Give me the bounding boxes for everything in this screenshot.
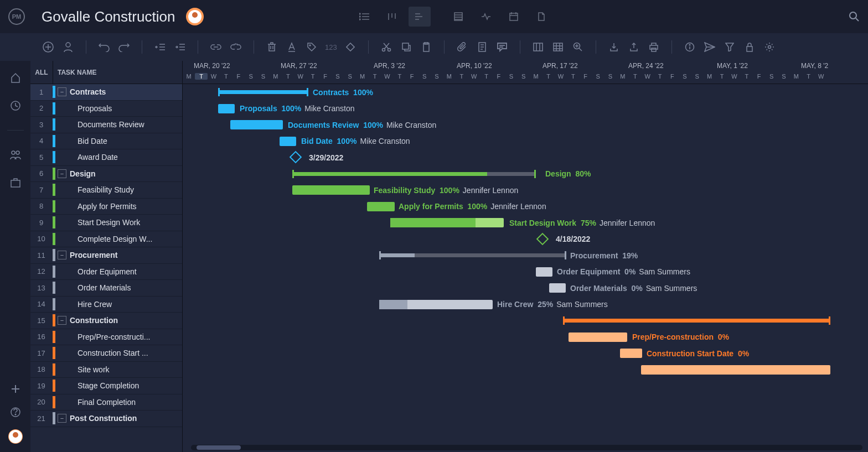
add-icon[interactable]	[42, 40, 55, 54]
gantt-bar[interactable]	[379, 253, 566, 257]
copy-icon[interactable]	[400, 40, 413, 54]
view-activity-icon[interactable]	[475, 7, 497, 27]
gantt-bar[interactable]	[379, 300, 493, 309]
milestone-icon[interactable]	[536, 232, 549, 245]
gantt-bar[interactable]	[641, 365, 830, 375]
import-icon[interactable]	[607, 40, 621, 54]
collapse-icon[interactable]: −	[58, 414, 66, 423]
tag-icon[interactable]	[305, 40, 318, 54]
task-row[interactable]: 3 Documents Review	[30, 117, 182, 133]
cut-icon[interactable]	[380, 40, 393, 54]
gantt-bar[interactable]	[218, 104, 235, 113]
indent-icon[interactable]	[173, 40, 187, 54]
outdent-icon[interactable]	[153, 40, 167, 54]
clock-icon[interactable]	[9, 100, 22, 112]
column-taskname[interactable]: TASK NAME	[53, 69, 96, 76]
trash-icon[interactable]	[265, 40, 278, 54]
info-icon[interactable]	[683, 40, 696, 54]
clipboard-icon[interactable]	[420, 40, 433, 54]
day-label: S	[518, 73, 530, 80]
gantt-bar[interactable]	[230, 120, 283, 129]
project-title[interactable]: Govalle Construction	[42, 8, 175, 25]
diamond-icon[interactable]	[344, 40, 357, 54]
comment-icon[interactable]	[495, 40, 509, 54]
gantt-bar[interactable]	[367, 202, 395, 211]
columns-icon[interactable]	[531, 40, 545, 54]
gantt-bar[interactable]	[280, 137, 296, 146]
attachment-icon[interactable]	[456, 40, 469, 54]
task-row[interactable]: 4 Bid Date	[30, 133, 182, 150]
task-row[interactable]: 6 − Design	[30, 166, 182, 183]
plus-icon[interactable]	[9, 383, 22, 395]
task-row[interactable]: 7 Feasibility Study	[30, 182, 182, 199]
view-gantt-icon[interactable]	[409, 7, 431, 27]
redo-icon[interactable]	[117, 40, 131, 54]
task-row[interactable]: 19 Stage Completion	[30, 378, 182, 394]
search-icon[interactable]	[849, 11, 860, 22]
task-row[interactable]: 20 Final Completion	[30, 394, 182, 411]
gantt-bar[interactable]	[563, 319, 830, 323]
collapse-icon[interactable]: −	[58, 316, 66, 325]
gantt-bar[interactable]	[390, 218, 504, 227]
task-row[interactable]: 12 Order Equipment	[30, 264, 182, 280]
task-row[interactable]: 9 Start Design Work	[30, 215, 182, 231]
user-avatar[interactable]	[8, 429, 23, 444]
filter-icon[interactable]	[723, 40, 736, 54]
gear-icon[interactable]	[763, 40, 776, 54]
zoom-icon[interactable]	[571, 40, 585, 54]
horizontal-scrollbar[interactable]	[191, 445, 862, 450]
avatar[interactable]	[186, 8, 204, 25]
task-row[interactable]: 11 − Procurement	[30, 247, 182, 264]
task-row[interactable]: 21 − Post Construction	[30, 411, 182, 427]
row-number: 6	[30, 169, 53, 178]
gantt-bar[interactable]	[218, 90, 308, 94]
print-icon[interactable]	[647, 40, 660, 54]
task-row[interactable]: 17 Construction Start ...	[30, 345, 182, 362]
collapse-icon[interactable]: −	[58, 87, 66, 96]
task-row[interactable]: 5 Award Date	[30, 149, 182, 166]
view-sheet-icon[interactable]	[447, 7, 469, 27]
notes-icon[interactable]	[476, 40, 489, 54]
collapse-icon[interactable]: −	[58, 169, 66, 178]
gantt-bar[interactable]	[292, 185, 370, 195]
task-row[interactable]: 15 − Construction	[30, 313, 182, 329]
user-icon[interactable]	[61, 40, 75, 54]
view-calendar-icon[interactable]	[503, 7, 525, 27]
task-row[interactable]: 2 Proposals	[30, 101, 182, 117]
gantt-bar[interactable]	[549, 283, 566, 293]
milestone-icon[interactable]	[290, 151, 302, 164]
app-logo[interactable]: PM	[8, 8, 25, 25]
grid-icon[interactable]	[551, 40, 565, 54]
collapse-icon[interactable]: −	[58, 251, 66, 259]
day-label: S	[679, 73, 691, 80]
gantt-bar[interactable]	[292, 172, 536, 176]
task-row[interactable]: 8 Apply for Permits	[30, 199, 182, 215]
font-icon[interactable]	[285, 40, 298, 54]
task-row[interactable]: 10 Complete Design W...	[30, 231, 182, 248]
briefcase-icon[interactable]	[9, 176, 22, 189]
view-board-icon[interactable]	[381, 7, 403, 27]
task-row[interactable]: 13 Order Materials	[30, 280, 182, 297]
lock-icon[interactable]	[743, 40, 756, 54]
gantt-bar[interactable]	[536, 267, 552, 277]
view-list-icon[interactable]	[353, 7, 375, 27]
view-file-icon[interactable]	[530, 7, 552, 27]
people-icon[interactable]	[9, 149, 22, 161]
task-row[interactable]: 16 Prep/Pre-constructi...	[30, 329, 182, 346]
task-row[interactable]: 14 Hire Crew	[30, 297, 182, 313]
bar-label: Proposals 100%Mike Cranston	[240, 104, 355, 113]
gantt-bar[interactable]	[620, 349, 642, 358]
link-icon[interactable]	[209, 40, 223, 54]
home-icon[interactable]	[9, 72, 22, 84]
toolbar-123[interactable]: 123	[325, 43, 337, 51]
column-all[interactable]: ALL	[30, 69, 53, 76]
gantt-bar[interactable]	[569, 332, 627, 342]
task-row[interactable]: 18 Site work	[30, 362, 182, 378]
export-icon[interactable]	[627, 40, 640, 54]
send-icon[interactable]	[703, 40, 716, 54]
unlink-icon[interactable]	[229, 40, 242, 54]
gantt-chart[interactable]: MAR, 20 '22MAR, 27 '22APR, 3 '22APR, 10 …	[183, 61, 868, 452]
help-icon[interactable]	[9, 406, 22, 418]
task-row[interactable]: 1 − Contracts	[30, 84, 182, 101]
undo-icon[interactable]	[97, 40, 111, 54]
